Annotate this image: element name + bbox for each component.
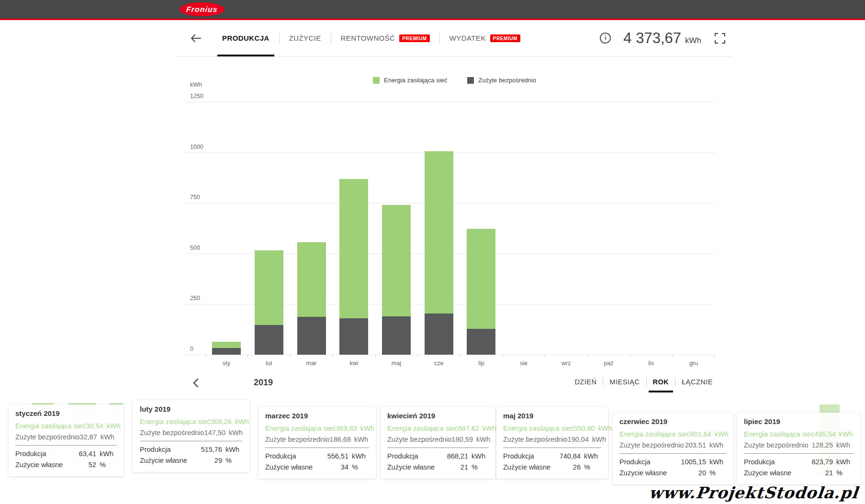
fronius-logo-text: Fronius — [186, 5, 218, 14]
premium-badge: PREMIUM — [490, 34, 520, 42]
bar-segment-feed-in — [255, 250, 283, 325]
card-self-consumption-label: Zużycie własne — [140, 455, 214, 466]
card-self-consumption-unit: % — [225, 455, 243, 466]
card-production-label: Produkcja — [503, 451, 560, 462]
tab-wydatek[interactable]: WYDATEKPREMIUM — [440, 21, 530, 56]
card-divider — [744, 453, 854, 454]
month-tooltip-card[interactable]: styczeń 2019Energia zasilająca sieć30,54… — [9, 404, 124, 476]
y-axis-tick-label: 1000 — [190, 144, 203, 150]
tab-produkcja[interactable]: PRODUKCJA — [213, 21, 279, 56]
card-production-label: Produkcja — [744, 457, 812, 468]
card-feed-in: Energia zasilająca sieć30,54kWh — [15, 421, 117, 432]
x-axis-tick — [333, 355, 333, 357]
card-production-unit: kWh — [100, 448, 117, 459]
legend-item-2[interactable]: Zużyte bezpośrednio — [467, 77, 536, 84]
bar-sty[interactable] — [212, 342, 241, 355]
x-axis-label-lis: lis — [637, 360, 665, 367]
card-self-consumption: Zużycie własne20% — [619, 468, 727, 479]
card-direct-use-unit: kWh — [229, 427, 243, 438]
card-direct-use-value: 190,04 — [568, 434, 589, 445]
legend-label: Energia zasilająca sieć — [384, 77, 447, 84]
active-tab-underline — [217, 55, 274, 56]
card-self-consumption-label: Zużycie własne — [744, 468, 825, 479]
card-direct-use: Zużyte bezpośrednio32,87kWh — [15, 432, 117, 443]
fullscreen-icon[interactable] — [715, 33, 725, 44]
bar-segment-direct-use — [297, 317, 326, 355]
month-tooltip-card[interactable]: maj 2019Energia zasilająca sieć550,80kWh… — [496, 407, 608, 479]
card-production-unit: kWh — [472, 451, 489, 462]
card-self-consumption: Zużycie własne26% — [503, 462, 601, 473]
card-production: Produkcja740,84kWh — [503, 451, 601, 462]
month-tooltip-card[interactable]: kwiecień 2019Energia zasilająca sieć687,… — [381, 407, 495, 479]
card-feed-in-value: 801,64 — [690, 429, 711, 440]
card-direct-use: Zużyte bezpośrednio190,04kWh — [503, 434, 601, 445]
tab-zużycie[interactable]: ZUŻYCIE — [280, 21, 331, 56]
legend-item-1[interactable]: Energia zasilająca sieć — [373, 77, 447, 84]
card-production: Produkcja868,21kWh — [387, 451, 489, 462]
x-axis-tick — [205, 355, 206, 357]
card-production-unit: kWh — [584, 451, 601, 462]
bar-segment-feed-in — [339, 179, 368, 318]
card-feed-in-value: 495,54 — [815, 429, 836, 440]
month-tooltip-card[interactable]: czerwiec 2019Energia zasilająca sieć801,… — [613, 413, 733, 484]
y-axis-tick-label: 250 — [190, 295, 200, 302]
card-feed-in: Energia zasilająca sieć495,54kWh — [744, 429, 854, 440]
bar-segment-feed-in — [382, 205, 411, 316]
card-feed-in-value: 369,83 — [336, 423, 357, 434]
card-self-consumption-label: Zużycie własne — [15, 459, 89, 470]
bar-lut[interactable] — [255, 250, 283, 355]
card-month-title: marzec 2019 — [265, 412, 369, 420]
card-production-value: 515,76 — [201, 444, 222, 455]
card-feed-in-label: Energia zasilająca sieć — [140, 416, 211, 427]
card-production-unit: kWh — [709, 457, 727, 468]
card-self-consumption-label: Zużycie własne — [387, 462, 461, 473]
x-axis-tick — [290, 355, 291, 357]
card-production-label: Produkcja — [15, 448, 79, 459]
card-direct-use-label: Zużyte bezpośrednio — [619, 440, 685, 451]
month-tooltip-card[interactable]: marzec 2019Energia zasilająca sieć369,83… — [258, 407, 376, 479]
month-tooltip-card[interactable]: lipiec 2019Energia zasilająca sieć495,54… — [737, 413, 860, 484]
tab-label: WYDATEK — [449, 34, 486, 42]
month-tooltip-card[interactable]: luty 2019Energia zasilająca sieć368,26kW… — [133, 400, 249, 472]
bar-maj[interactable] — [382, 205, 411, 355]
bar-lip[interactable] — [467, 229, 495, 355]
premium-badge: PREMIUM — [399, 34, 429, 42]
card-feed-in-unit: kWh — [839, 429, 854, 440]
bar-mar[interactable] — [297, 242, 326, 355]
card-feed-in-label: Energia zasilająca sieć — [387, 423, 458, 434]
mode-łącznie[interactable]: ŁĄCZNIE — [675, 378, 719, 386]
card-feed-in-label: Energia zasilająca sieć — [744, 429, 815, 440]
card-feed-in-unit: kWh — [360, 423, 374, 434]
card-self-consumption-label: Zużycie własne — [265, 462, 341, 473]
card-feed-in-unit: kWh — [483, 423, 496, 434]
fronius-logo[interactable]: Fronius — [180, 2, 225, 16]
mode-rok[interactable]: ROK — [647, 378, 675, 386]
x-axis-tick — [545, 355, 545, 357]
info-icon[interactable]: i — [600, 33, 611, 44]
card-self-consumption-value: 26 — [573, 462, 581, 473]
tab-rentowność[interactable]: RENTOWNOŚĆPREMIUM — [331, 21, 439, 56]
card-direct-use-value: 186,68 — [330, 434, 351, 445]
chart-legend: Energia zasilająca siećZużyte bezpośredn… — [177, 77, 732, 84]
card-self-consumption-unit: % — [100, 459, 117, 470]
bar-kwi[interactable] — [339, 179, 368, 355]
card-feed-in-value: 687,62 — [458, 423, 479, 434]
card-self-consumption: Zużycie własne21% — [387, 462, 489, 473]
x-axis-label-lut: lut — [255, 360, 283, 367]
mode-dzień[interactable]: DZIEŃ — [568, 378, 603, 386]
card-self-consumption-unit: % — [836, 468, 854, 479]
card-divider — [619, 453, 727, 454]
card-self-consumption: Zużycie własne21% — [744, 468, 854, 479]
card-direct-use: Zużyte bezpośrednio180,59kWh — [387, 434, 489, 445]
bar-cze[interactable] — [425, 151, 453, 355]
x-axis-tick — [417, 355, 418, 357]
bar-segment-direct-use — [425, 314, 453, 355]
previous-period-button[interactable] — [188, 376, 202, 390]
card-feed-in: Energia zasilająca sieć369,83kWh — [265, 423, 369, 434]
card-self-consumption-value: 29 — [214, 455, 222, 466]
card-divider — [265, 448, 369, 448]
total-summary: i 4 373,67 kWh — [600, 30, 725, 47]
mode-miesiąc[interactable]: MIESIĄC — [603, 378, 646, 386]
back-button[interactable] — [188, 30, 204, 46]
card-production-label: Produkcja — [140, 444, 201, 455]
